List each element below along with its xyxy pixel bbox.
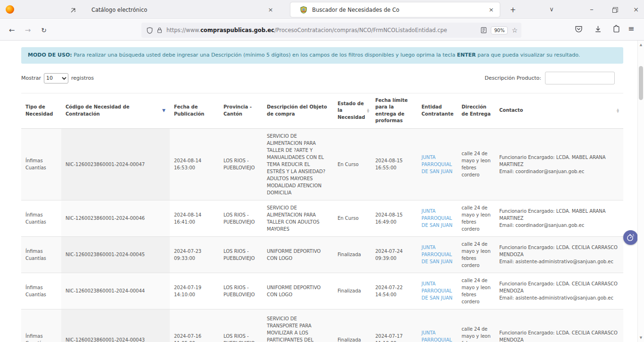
cell-tipo: Ínfimas Cuantías (21, 200, 61, 236)
sort-both-icon: ▲▼ (617, 108, 619, 113)
header-fecha-limite[interactable]: Fecha límite para la entrega de proforma… (371, 93, 417, 128)
cell-estado: En Curso (333, 200, 371, 236)
cell-estado: En Curso (333, 128, 371, 200)
maximize-button[interactable] (607, 4, 621, 15)
table-row: Ínfimas Cuantías NIC-1260023860001-2024-… (21, 128, 623, 200)
cell-tipo: Ínfimas Cuantías (21, 273, 61, 309)
cell-provincia: LOS RIOS - PUEBLOVIEJO (219, 273, 263, 309)
header-contacto[interactable]: Contacto ▲▼ (495, 93, 623, 128)
zoom-level-badge[interactable]: 90% (491, 26, 508, 34)
cell-provincia: LOS RIOS - PUEBLOVIEJO (219, 309, 263, 342)
window-close-button[interactable]: × (629, 4, 643, 15)
url-bar[interactable]: https://www.compraspublicas.gob.ec/Proce… (141, 23, 521, 38)
catalogo-favicon-icon (70, 6, 77, 14)
scrollbar-down-arrow-icon[interactable]: ▼ (638, 334, 644, 341)
minimize-button[interactable]: – (585, 4, 599, 15)
length-label-suffix: registros (71, 75, 94, 81)
buscador-favicon-icon (300, 6, 307, 14)
cell-descripcion: UNIFORME DEPORTIVO CON LOGO (263, 273, 333, 309)
scrollbar-thumb[interactable] (639, 66, 643, 100)
navigation-bar: ← → ↻ https://www.compraspublicas.gob.ec… (0, 19, 644, 41)
cell-direccion: calle 24 de mayo y leon febres cordero (457, 128, 495, 200)
cell-fecha-publicacion: 2024-08-14 16:41:00 (170, 200, 219, 236)
cell-descripcion: UNIFORME DEPORTIVO CON LOGO (263, 236, 333, 273)
header-codigo-necesidad[interactable]: Código de Necesidad de Contratación ▼ (61, 93, 170, 128)
cell-contacto: Funcionario Encargado: LCDA. CECILIA CAR… (495, 236, 623, 273)
cell-fecha-publicacion: 2024-08-14 16:53:00 (170, 128, 219, 200)
table-row: Ínfimas Cuantías NIC-1260023860001-2024-… (21, 309, 623, 342)
firefox-logo-icon[interactable] (6, 5, 14, 14)
table-row: Ínfimas Cuantías NIC-1260023860001-2024-… (21, 200, 623, 236)
cell-provincia: LOS RIOS - PUEBLOVIEJO (219, 128, 263, 200)
header-entidad-contratante[interactable]: Entidad Contratante (417, 93, 457, 128)
reload-button[interactable]: ↻ (38, 24, 50, 36)
header-direccion-entrega[interactable]: Dirección de Entrega (457, 93, 495, 128)
new-tab-button[interactable]: + (507, 4, 519, 16)
page-length-select[interactable]: 10 (44, 73, 68, 83)
cell-codigo: NIC-1260023860001-2024-00047 (61, 128, 170, 200)
reader-mode-icon[interactable] (480, 27, 487, 33)
pocket-icon[interactable] (575, 25, 583, 33)
vertical-scrollbar[interactable]: ▲ ▼ (637, 41, 644, 342)
cell-descripcion: SERVICIO DE TRANSPORTE PARA MOVILIZAR A … (263, 309, 333, 342)
banner-enter-key: ENTER (457, 52, 476, 58)
tab-catalogo-electronico[interactable]: Catálogo electrónico × (53, 2, 279, 17)
cell-descripcion: SERVICIO DE ALIMENTACION PARA TALLER CON… (263, 200, 333, 236)
header-tipo-necesidad[interactable]: Tipo de Necesidad (21, 93, 61, 128)
cell-direccion: calle 24 de mayo y leon febres cordero (457, 273, 495, 309)
cell-contacto: Funcionario Encargado: LCDA. MABEL ARANA… (495, 200, 623, 236)
forward-button[interactable]: → (22, 24, 34, 36)
page-length-control: Mostrar 10 registros (21, 73, 94, 83)
cell-entidad: JUNTA PARROQUIAL DE SAN JUAN (417, 200, 457, 236)
cell-fecha-publicacion: 2024-07-19 14:10:00 (170, 273, 219, 309)
entidad-link[interactable]: JUNTA PARROQUIAL DE SAN JUAN (421, 155, 453, 174)
page-content: MODO DE USO: Para realizar una búsqueda … (0, 41, 637, 342)
restore-icon (612, 8, 617, 13)
usage-notice-banner: MODO DE USO: Para realizar una búsqueda … (21, 47, 623, 64)
header-descripcion-objeto[interactable]: Descripción del Objeto de compra (263, 93, 333, 128)
header-estado-necesidad[interactable]: Estado de la Necesidad ▲▼ (333, 93, 371, 128)
entidad-link[interactable]: JUNTA PARROQUIAL DE SAN JUAN (421, 209, 453, 228)
tab-buscador-necesidades[interactable]: Buscador de Necesidades de Co × (290, 2, 500, 17)
cell-contacto: Funcionario Encargado: LCDA. CECILIA CAR… (495, 309, 623, 342)
timer-floating-button[interactable] (623, 230, 638, 245)
scrollbar-up-arrow-icon[interactable]: ▲ (638, 42, 644, 48)
cell-entidad: JUNTA PARROQUIAL DE SAN JUAN (417, 309, 457, 342)
cell-tipo: Ínfimas Cuantías (21, 309, 61, 342)
table-row: Ínfimas Cuantías NIC-1260023860001-2024-… (21, 236, 623, 273)
product-filter: Descripción Producto: (485, 72, 615, 84)
product-filter-input[interactable] (545, 72, 615, 84)
cell-direccion: calle 24 de mayo y leon febres cordero (457, 309, 495, 342)
cell-descripcion: SERVICIO DE ALIMENTACION PARA TALLER DE … (263, 128, 333, 200)
table-header-row: Tipo de Necesidad Código de Necesidad de… (21, 93, 623, 128)
cell-estado: Finalizada (333, 309, 371, 342)
cell-fecha-limite: 2024-08-15 16:49:00 (371, 200, 417, 236)
tab-close-icon[interactable]: × (267, 6, 274, 13)
url-text: https://www.compraspublicas.gob.ec/Proce… (166, 27, 447, 33)
back-button[interactable]: ← (6, 24, 18, 36)
download-icon[interactable] (594, 25, 602, 33)
hamburger-menu-icon[interactable]: ≡ (628, 24, 634, 33)
entidad-link[interactable]: JUNTA PARROQUIAL DE SAN JUAN (421, 245, 453, 264)
lock-icon[interactable] (157, 27, 163, 33)
bookmark-star-icon[interactable]: ☆ (512, 26, 518, 34)
cell-direccion: calle 24 de mayo y leon febres cordero (457, 200, 495, 236)
banner-bold-prefix: MODO DE USO: (28, 52, 72, 58)
extension-puzzle-icon[interactable] (612, 25, 620, 33)
cell-contacto: Funcionario Encargado: LCDA. CECILIA CAR… (495, 273, 623, 309)
cell-fecha-publicacion: 2024-07-23 09:33:00 (170, 236, 219, 273)
cell-contacto: Funcionario Encargado: LCDA. MABEL ARANA… (495, 128, 623, 200)
cell-entidad: JUNTA PARROQUIAL DE SAN JUAN (417, 273, 457, 309)
cell-entidad: JUNTA PARROQUIAL DE SAN JUAN (417, 236, 457, 273)
product-filter-label: Descripción Producto: (485, 75, 541, 81)
banner-text-suffix: para que pueda visualizar su resultado. (476, 52, 580, 58)
cell-codigo: NIC-1260023860001-2024-00044 (61, 273, 170, 309)
entidad-link[interactable]: JUNTA PARROQUIAL DE SAN JUAN (421, 330, 453, 342)
header-fecha-publicacion[interactable]: Fecha de Publicación (170, 93, 219, 128)
entidad-link[interactable]: JUNTA PARROQUIAL DE SAN JUAN (421, 281, 453, 300)
cell-fecha-limite: 2024-08-15 16:55:00 (371, 128, 417, 200)
list-all-tabs-chevron-icon[interactable]: ∨ (545, 4, 559, 15)
tab-close-icon[interactable]: × (487, 6, 495, 13)
shield-icon[interactable] (146, 27, 153, 34)
header-provincia-canton[interactable]: Provincia - Cantón (219, 93, 263, 128)
